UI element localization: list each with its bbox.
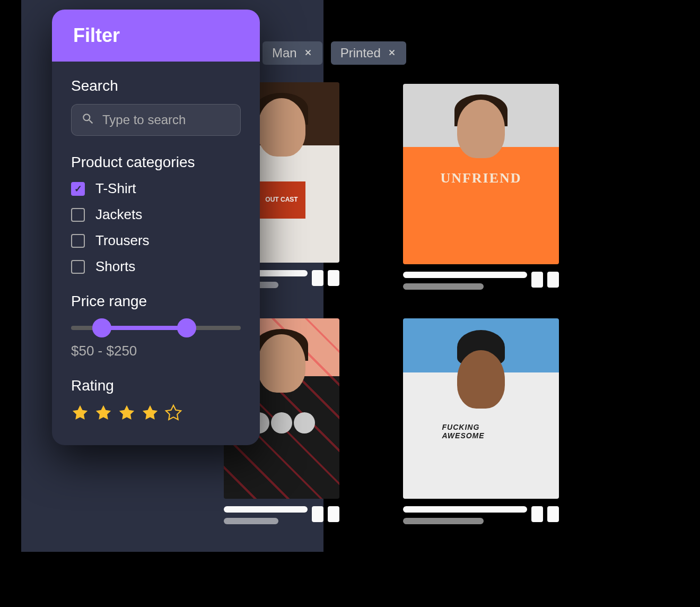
filter-header: Filter [52, 10, 260, 62]
category-label: Shorts [95, 258, 135, 275]
product-meta [403, 272, 559, 295]
filter-title: Filter [73, 24, 239, 47]
chip-man[interactable]: Man [262, 41, 322, 65]
star-icon[interactable] [141, 404, 159, 424]
checkbox-empty-icon[interactable] [71, 234, 85, 248]
skeleton-line [403, 272, 527, 278]
search-label: Search [71, 77, 241, 94]
person-illustration [457, 100, 505, 158]
chip-label: Printed [340, 46, 381, 60]
category-jackets[interactable]: Jackets [71, 206, 241, 223]
price-slider[interactable] [71, 326, 241, 330]
person-illustration [457, 350, 505, 409]
close-icon[interactable] [303, 46, 313, 60]
product-meta [224, 506, 339, 530]
category-trousers[interactable]: Trousers [71, 232, 241, 249]
chip-printed[interactable]: Printed [331, 41, 406, 65]
product-card[interactable]: UNFRIEND [403, 84, 559, 295]
product-image: FUCKING AWESOME [403, 318, 559, 499]
search-box[interactable] [71, 104, 241, 136]
shirt-graphic: UNFRIEND [440, 170, 521, 186]
product-card[interactable]: FUCKING AWESOME [403, 318, 559, 530]
skeleton-pill [312, 270, 323, 286]
skeleton-pill [547, 506, 559, 522]
person-illustration [258, 98, 305, 157]
checkbox-empty-icon[interactable] [71, 260, 85, 274]
search-input[interactable] [102, 112, 260, 127]
price-section: Price range $50 - $250 [71, 293, 241, 359]
categories-label: Product categories [71, 154, 241, 171]
slider-handle-max[interactable] [177, 318, 196, 337]
star-outline-icon[interactable] [164, 404, 182, 424]
person-illustration [258, 334, 305, 393]
filter-body: Search Product categories T-Shirt Jacket… [52, 62, 260, 445]
shirt-graphic: OUT CAST [258, 181, 305, 219]
skeleton-line [403, 283, 484, 290]
skeleton-line [224, 506, 308, 513]
category-list: T-Shirt Jackets Trousers Shorts [71, 180, 241, 275]
rating-stars[interactable] [71, 404, 241, 424]
slider-fill [102, 326, 187, 330]
filter-panel: Filter Search Product categories T-Shirt… [52, 10, 260, 445]
skeleton-pill [328, 506, 339, 522]
skeleton-pill [531, 272, 543, 288]
product-image: UNFRIEND [403, 84, 559, 264]
star-icon[interactable] [94, 404, 112, 424]
category-shorts[interactable]: Shorts [71, 258, 241, 275]
category-tshirt[interactable]: T-Shirt [71, 180, 241, 197]
rating-label: Rating [71, 377, 241, 394]
search-icon [81, 112, 102, 128]
close-icon[interactable] [387, 46, 397, 60]
skeleton-pills [312, 506, 339, 522]
category-label: T-Shirt [95, 180, 136, 197]
skeleton-line [403, 506, 527, 513]
skeleton-line [224, 518, 278, 524]
slider-handle-min[interactable] [92, 318, 111, 337]
skeleton-pills [312, 270, 339, 286]
skeleton-pill [531, 506, 543, 522]
checkbox-checked-icon[interactable] [71, 182, 85, 196]
skeleton-pill [547, 272, 559, 288]
chip-label: Man [272, 46, 297, 60]
filter-chips: Man Printed [262, 41, 406, 65]
category-label: Trousers [95, 232, 150, 249]
price-text: $50 - $250 [71, 343, 241, 359]
shirt-graphic: FUCKING AWESOME [442, 423, 520, 440]
skeleton-pill [328, 270, 339, 286]
star-icon[interactable] [71, 404, 89, 424]
skeleton-pills [531, 506, 559, 522]
skeleton-pill [312, 506, 323, 522]
skeleton-pills [531, 272, 559, 288]
star-icon[interactable] [118, 404, 136, 424]
skeleton-line [403, 518, 484, 524]
product-meta [403, 506, 559, 530]
category-label: Jackets [95, 206, 142, 223]
checkbox-empty-icon[interactable] [71, 208, 85, 222]
price-label: Price range [71, 293, 241, 310]
